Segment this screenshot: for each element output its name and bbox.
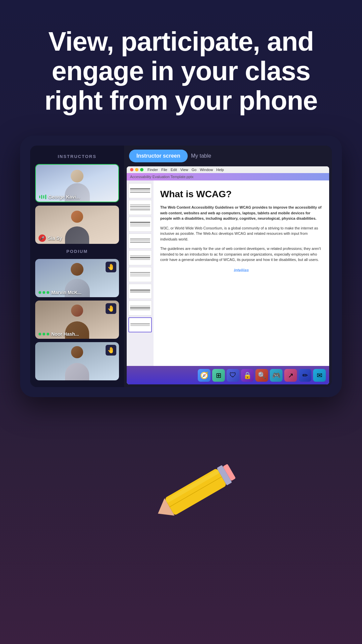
thumb-7[interactable] — [128, 284, 152, 299]
dock-search-icon[interactable]: 🔍 — [255, 369, 268, 382]
traffic-lights — [130, 168, 143, 171]
menu-view: View — [180, 168, 188, 172]
pencil-illustration — [137, 444, 252, 549]
participant-card-sia[interactable]: 🎤 Sia Sy — [35, 206, 119, 244]
mac-dock: 🧭 ⊞ 🛡 🔒 🔍 🎮 ↗ ✏ ✉ — [127, 366, 329, 384]
noor-name: Noor Hash... — [51, 331, 79, 337]
dock-send-icon[interactable]: ✉ — [313, 369, 326, 382]
dock-lock-icon[interactable]: 🔒 — [241, 369, 254, 382]
device-inner: INSTRUCTORS George Kavi... — [30, 146, 332, 387]
sia-name-bar: 🎤 Sia Sy — [35, 232, 119, 244]
podium-label: PODIUM — [35, 247, 119, 256]
george-name: George Kavi... — [48, 194, 80, 200]
thumb-9[interactable] — [128, 317, 152, 332]
tab-bar: Instructor screen My table — [124, 146, 332, 166]
header-section: View, participate, and engage in your cl… — [0, 0, 362, 136]
right-panel: Instructor screen My table Finder File E… — [124, 146, 332, 387]
george-mic-icon — [39, 195, 46, 199]
george-name-bar: George Kavi... — [36, 192, 118, 202]
p5-hand-icon: 🤚 — [106, 345, 116, 356]
thumb-2[interactable] — [128, 200, 152, 215]
header-title: View, participate, and engage in your cl… — [20, 27, 342, 115]
bottom-section — [0, 397, 362, 565]
presentation-app: What is WCAG? The Web Content Accessibil… — [127, 180, 329, 366]
dock-shield-icon[interactable]: 🛡 — [227, 369, 239, 382]
tl-minimize[interactable] — [135, 168, 138, 171]
participant-card-5[interactable]: 🤚 — [35, 342, 119, 380]
dock-arrow-icon[interactable]: ↗ — [284, 369, 297, 382]
marvin-dots — [39, 291, 49, 294]
thumb-3[interactable] — [128, 217, 152, 232]
marvin-name-bar: Marvin McK... — [35, 288, 119, 297]
menu-finder: Finder — [147, 168, 158, 172]
menu-go: Go — [192, 168, 197, 172]
noor-hand-icon: 🤚 — [106, 303, 116, 314]
sia-name: Sia Sy — [48, 235, 62, 241]
thumb-8[interactable] — [128, 301, 152, 316]
tab-instructor-screen[interactable]: Instructor screen — [129, 150, 188, 162]
slide-body-bold: The Web Content Accessibility Guidelines… — [160, 205, 322, 221]
menu-items: Finder File Edit View Go Window Help — [147, 168, 224, 172]
menu-edit: Edit — [171, 168, 177, 172]
thumb-6[interactable] — [128, 267, 152, 282]
menu-window: Window — [200, 168, 213, 172]
pencil-container — [121, 463, 241, 531]
screen-share-content: Finder File Edit View Go Window Help Acc… — [127, 166, 329, 384]
app-title-bar: Accessability Evaluation Template.pptx — [127, 173, 329, 180]
slide-body-3: The guidelines are mainly for the use of… — [160, 246, 322, 263]
menu-help: Help — [216, 168, 224, 172]
dock-game-icon[interactable]: 🎮 — [270, 369, 283, 382]
dock-grid-icon[interactable]: ⊞ — [212, 369, 225, 382]
marvin-hand-icon: 🤚 — [106, 262, 116, 272]
tab-my-table[interactable]: My table — [191, 153, 211, 159]
device-mockup: INSTRUCTORS George Kavi... — [20, 136, 342, 397]
thumb-4[interactable] — [128, 233, 152, 249]
marvin-name: Marvin McK... — [51, 290, 81, 295]
instructors-label: INSTRUCTORS — [35, 152, 119, 161]
slide-title: What is WCAG? — [160, 189, 322, 200]
tl-close[interactable] — [130, 168, 133, 171]
menu-file: File — [161, 168, 167, 172]
file-name: Accessability Evaluation Template.pptx — [130, 175, 193, 179]
participant-card-noor[interactable]: 🤚 Noor Hash... — [35, 301, 119, 339]
slide-thumbnails — [127, 180, 154, 366]
participant-card-marvin[interactable]: 🤚 Marvin McK... — [35, 259, 119, 297]
sia-muted-icon: 🎤 — [39, 234, 46, 242]
thumb-5[interactable] — [128, 250, 152, 265]
dock-finder-icon[interactable]: 🧭 — [198, 369, 210, 382]
noor-dots — [39, 333, 49, 335]
slide-main: What is WCAG? The Web Content Accessibil… — [154, 180, 329, 366]
dock-pen-icon[interactable]: ✏ — [299, 369, 311, 382]
mac-menu-bar: Finder File Edit View Go Window Help — [127, 166, 329, 173]
noor-name-bar: Noor Hash... — [35, 329, 119, 339]
inteliias-logo: inteliias — [160, 267, 322, 274]
participant-card-george[interactable]: George Kavi... — [35, 164, 119, 202]
slide-body-2: W3C, or World Wide Web Consortium, is a … — [160, 225, 322, 242]
tl-fullscreen[interactable] — [140, 168, 143, 171]
thumb-1[interactable] — [128, 183, 152, 198]
left-panel: INSTRUCTORS George Kavi... — [30, 146, 124, 387]
